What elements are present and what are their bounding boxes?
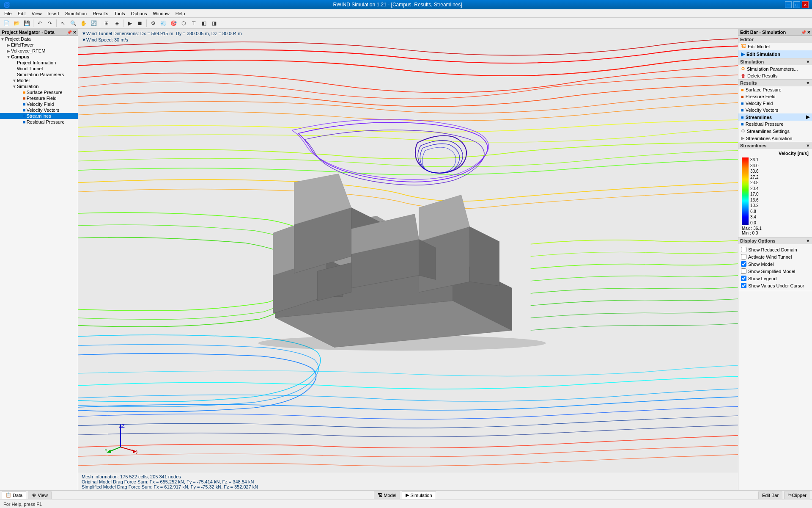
- close-button[interactable]: ✕: [802, 1, 809, 8]
- undo-button[interactable]: ↶: [35, 19, 44, 28]
- delete-results-button[interactable]: 🗑 Delete Results: [738, 72, 812, 79]
- velocity-vectors-result[interactable]: ■ Velocity Vectors: [738, 107, 812, 113]
- menu-item-results[interactable]: Results: [90, 11, 111, 17]
- edit-model-button[interactable]: 🏗 Edit Model: [738, 43, 812, 50]
- menu-item-help[interactable]: Help: [173, 11, 188, 17]
- menu-item-tools[interactable]: Tools: [112, 11, 128, 17]
- mesh-info: Mesh Information: 175 522 cells, 205 341…: [82, 474, 735, 479]
- tree-view: ▼Project Data▶EiffelTower▶Volkovce_RFEM▼…: [0, 36, 78, 490]
- show-legend-option[interactable]: Show Legend: [741, 275, 809, 282]
- view-tab[interactable]: 👁 View: [28, 491, 52, 499]
- show-reduced-domain-option[interactable]: Show Reduced Domain: [741, 246, 809, 253]
- velocity-field-result[interactable]: ■ Velocity Field: [738, 100, 812, 107]
- legend-val-7: 13.6: [750, 198, 758, 202]
- stop-button[interactable]: ⏹: [135, 19, 145, 28]
- top-button[interactable]: ⊤: [189, 19, 198, 28]
- display-options-title: Display Options: [740, 238, 776, 243]
- menu-item-window[interactable]: Window: [151, 11, 172, 17]
- show-values-option[interactable]: Show Values Under Cursor: [741, 282, 809, 289]
- simulation-button[interactable]: ▶ Simulation: [402, 491, 436, 499]
- tree-item-velocity-vectors[interactable]: ■Velocity Vectors: [0, 107, 78, 113]
- select-button[interactable]: ↖: [58, 19, 68, 28]
- show-simplified-option[interactable]: Show Simplified Model: [741, 268, 809, 275]
- zoom-button[interactable]: 🔍: [69, 19, 78, 28]
- color-dot-streamlines: ■: [23, 113, 26, 119]
- show-values-checkbox[interactable]: [741, 283, 746, 288]
- tree-item-streamlines[interactable]: ■Streamlines: [0, 113, 78, 119]
- pressure-field-label: Pressure Field: [746, 94, 776, 99]
- show-model-option[interactable]: Show Model: [741, 260, 809, 268]
- streamlines-animation-result[interactable]: ▶ Streamlines Animation: [738, 135, 812, 142]
- panel-float-button[interactable]: 📌: [67, 30, 72, 35]
- tree-item-project-data[interactable]: ▼Project Data: [0, 36, 78, 42]
- tree-expand-campus: ▼: [6, 55, 11, 59]
- right-panel-close[interactable]: ✕: [807, 30, 810, 35]
- side-button[interactable]: ◨: [209, 19, 219, 28]
- tunnel-dimensions: ▼Wind Tunnel Dimensions: Dx = 599.915 m,…: [82, 30, 242, 37]
- color-dot-residual-pressure: ■: [23, 119, 26, 124]
- menu-item-view[interactable]: View: [29, 11, 44, 17]
- edit-bar-button[interactable]: Edit Bar: [758, 491, 782, 499]
- color-dot-velocity-field: ■: [23, 102, 26, 107]
- open-button[interactable]: 📂: [12, 19, 21, 28]
- clipper-button[interactable]: ✂ Clipper: [784, 491, 810, 499]
- iso-button[interactable]: ⬡: [179, 19, 188, 28]
- fit-button[interactable]: ⊞: [102, 19, 111, 28]
- tree-item-wind-tunnel[interactable]: Wind Tunnel: [0, 66, 78, 72]
- tree-label-wind-tunnel: Wind Tunnel: [17, 66, 43, 71]
- menu-item-insert[interactable]: Insert: [45, 11, 62, 17]
- activate-wind-checkbox[interactable]: [741, 254, 746, 260]
- menu-item-simulation[interactable]: Simulation: [63, 11, 89, 17]
- save-button[interactable]: 💾: [22, 19, 31, 28]
- new-button[interactable]: 📄: [2, 19, 11, 28]
- legend-minmax: Max : 36.1 Min : 0.0: [742, 226, 809, 235]
- tree-item-residual-pressure[interactable]: ■Residual Pressure: [0, 119, 78, 125]
- streamlines-settings-result[interactable]: ⚙ Streamlines Settings: [738, 127, 812, 135]
- model-button[interactable]: 🏗 Model: [374, 491, 400, 499]
- pressure-field-result[interactable]: ■ Pressure Field: [738, 93, 812, 100]
- minimize-button[interactable]: ─: [785, 1, 792, 8]
- viewport[interactable]: ▼Wind Tunnel Dimensions: Dx = 599.915 m,…: [78, 29, 738, 490]
- tree-item-project-info[interactable]: Project Information: [0, 60, 78, 66]
- menu-item-edit[interactable]: Edit: [15, 11, 28, 17]
- show-reduced-checkbox[interactable]: [741, 247, 746, 252]
- show-legend-checkbox[interactable]: [741, 276, 746, 281]
- data-tab[interactable]: 📋 Data: [2, 491, 26, 499]
- panel-close-button[interactable]: ✕: [73, 30, 76, 35]
- tree-item-velocity-field[interactable]: ■Velocity Field: [0, 101, 78, 107]
- show-model-checkbox[interactable]: [741, 261, 746, 267]
- tree-item-model[interactable]: ▼Model: [0, 77, 78, 83]
- tree-item-eiffel[interactable]: ▶EiffelTower: [0, 42, 78, 48]
- streamlines-result[interactable]: ■ Streamlines ▶: [738, 113, 812, 121]
- menu-item-file[interactable]: File: [2, 11, 14, 17]
- tree-item-volkovce[interactable]: ▶Volkovce_RFEM: [0, 48, 78, 54]
- view3d-button[interactable]: 🎯: [169, 19, 178, 28]
- rotate-button[interactable]: 🔄: [89, 19, 98, 28]
- redo-button[interactable]: ↷: [45, 19, 55, 28]
- settings-button[interactable]: ⚙: [148, 19, 158, 28]
- pan-button[interactable]: ✋: [79, 19, 88, 28]
- show-simplified-checkbox[interactable]: [741, 268, 746, 274]
- legend-val-11: 0.0: [750, 221, 758, 225]
- tree-item-surface-pressure[interactable]: ■Surface Pressure: [0, 89, 78, 95]
- tree-label-surface-pressure: Surface Pressure: [27, 90, 63, 95]
- display-options-arrow: ▼: [806, 238, 810, 243]
- front-button[interactable]: ◧: [199, 19, 208, 28]
- wind-button[interactable]: 💨: [159, 19, 168, 28]
- restore-button[interactable]: □: [793, 1, 800, 8]
- run-button[interactable]: ▶: [125, 19, 134, 28]
- menu-item-options[interactable]: Options: [129, 11, 150, 17]
- tree-item-campus[interactable]: ▼Campus: [0, 54, 78, 60]
- perspective-button[interactable]: ◈: [112, 19, 121, 28]
- tree-item-sim-params[interactable]: Simulation Parameters: [0, 72, 78, 77]
- right-panel-float[interactable]: 📌: [801, 30, 806, 35]
- sim-params-button[interactable]: ⚙ Simulation Parameters...: [738, 65, 812, 72]
- toolbar-sep-1: [33, 19, 33, 27]
- surface-pressure-result[interactable]: ■ Surface Pressure: [738, 86, 812, 93]
- edit-simulation-button[interactable]: ▶ Edit Simulation: [738, 50, 812, 58]
- wind-speed: ▼Wind Speed: 30 m/s: [82, 37, 242, 43]
- activate-wind-tunnel-option[interactable]: Activate Wind Tunnel: [741, 253, 809, 260]
- tree-item-pressure-field[interactable]: ■Pressure Field: [0, 95, 78, 101]
- tree-item-simulation[interactable]: ▼Simulation: [0, 83, 78, 89]
- residual-pressure-result[interactable]: ■ Residual Pressure: [738, 121, 812, 127]
